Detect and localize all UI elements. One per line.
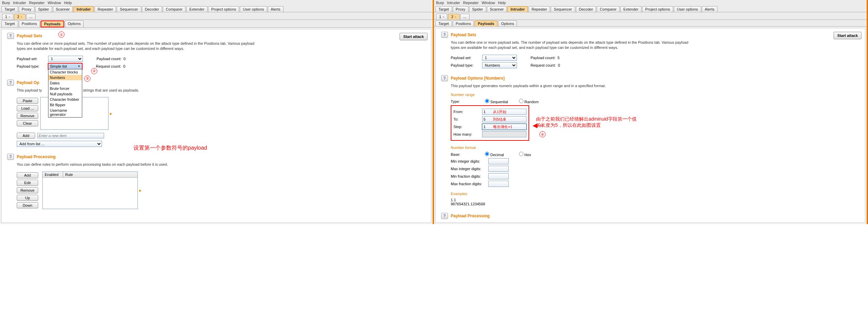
menu-intruder[interactable]: Intruder — [447, 1, 460, 5]
attack-tab-2[interactable]: 2× — [448, 14, 459, 19]
help-icon[interactable]: ? — [441, 32, 448, 38]
help-icon[interactable]: ? — [7, 154, 14, 160]
load-button[interactable]: Load ... — [17, 105, 38, 111]
help-icon[interactable]: ? — [441, 75, 448, 81]
tab-comparer[interactable]: Comparer — [163, 6, 186, 12]
help-icon[interactable]: ? — [7, 33, 14, 39]
attack-tab-1[interactable]: 1× — [436, 14, 447, 19]
attack-tab-more[interactable]: ... — [26, 14, 35, 19]
subtab-positions[interactable]: Positions — [453, 20, 474, 26]
tab-repeater[interactable]: Repeater — [95, 6, 116, 12]
step-input[interactable] — [482, 124, 526, 130]
tab-project-options[interactable]: Project options — [642, 6, 673, 12]
payload-type-select[interactable]: Numbers — [482, 62, 517, 68]
tab-sequencer[interactable]: Sequencer — [551, 6, 575, 12]
proc-up-button[interactable]: Up — [17, 195, 38, 201]
payload-set-select[interactable]: 1 — [48, 56, 83, 62]
attack-tab-2[interactable]: 2× — [14, 14, 25, 19]
tab-alerts[interactable]: Alerts — [268, 6, 284, 12]
request-count-label: Request count: — [96, 64, 121, 68]
add-from-list-select[interactable]: Add from list ... — [17, 141, 102, 147]
to-label: To: — [453, 117, 482, 121]
type-option[interactable]: Bit flipper — [48, 102, 82, 108]
subtab-target[interactable]: Target — [435, 20, 452, 26]
type-option[interactable]: Username generator — [48, 108, 82, 117]
proc-edit-button[interactable]: Edit — [17, 180, 38, 186]
tab-repeater[interactable]: Repeater — [529, 6, 550, 12]
min-frac-input[interactable] — [488, 173, 509, 179]
proc-remove-button[interactable]: Remove — [17, 187, 38, 193]
help-icon[interactable]: ? — [441, 213, 448, 219]
menu-intruder[interactable]: Intruder — [13, 1, 26, 5]
tab-project-options[interactable]: Project options — [208, 6, 239, 12]
menu-burp[interactable]: Burp — [436, 1, 444, 5]
menu-window[interactable]: Window — [482, 1, 495, 5]
col-rule[interactable]: Rule — [63, 172, 138, 177]
tab-spider[interactable]: Spider — [35, 6, 52, 12]
proc-add-button[interactable]: Add — [17, 172, 38, 178]
tab-sequencer[interactable]: Sequencer — [117, 6, 141, 12]
menu-repeater[interactable]: Repeater — [29, 1, 44, 5]
subtab-options[interactable]: Options — [498, 20, 517, 26]
tab-extender[interactable]: Extender — [620, 6, 641, 12]
type-option[interactable]: Character frobber — [48, 97, 82, 102]
tab-intruder[interactable]: Intruder — [73, 6, 94, 12]
max-int-label: Max integer digits: — [451, 167, 488, 171]
tab-target[interactable]: Target — [435, 6, 452, 12]
decimal-radio[interactable]: Decimal — [485, 152, 513, 157]
attack-tab-more[interactable]: ... — [460, 14, 469, 19]
menu-window[interactable]: Window — [48, 1, 61, 5]
add-button[interactable]: Add — [17, 133, 35, 139]
tab-user-options[interactable]: User options — [240, 6, 267, 12]
tab-extender[interactable]: Extender — [186, 6, 207, 12]
tab-scanner[interactable]: Scanner — [487, 6, 507, 12]
add-item-input[interactable] — [37, 133, 104, 138]
tab-alerts[interactable]: Alerts — [702, 6, 718, 12]
min-int-input[interactable] — [488, 158, 509, 164]
tab-spider[interactable]: Spider — [469, 6, 486, 12]
menu-help[interactable]: Help — [498, 1, 506, 5]
subtab-payloads[interactable]: Payloads — [41, 20, 64, 27]
tab-comparer[interactable]: Comparer — [597, 6, 620, 12]
from-input[interactable] — [482, 109, 526, 115]
sequential-radio[interactable]: Sequential — [485, 99, 513, 104]
payload-sets-title: Payload Sets — [17, 33, 42, 38]
payload-count-label: Payload count: — [531, 56, 555, 60]
hex-radio[interactable]: Hex — [519, 152, 548, 157]
max-int-input[interactable] — [488, 166, 509, 172]
to-input[interactable] — [482, 116, 526, 122]
type-option[interactable]: Brute forcer — [48, 86, 82, 91]
type-option[interactable]: Character blocks — [48, 69, 82, 75]
clear-button[interactable]: Clear — [17, 120, 38, 126]
payload-set-select[interactable]: 1 — [482, 55, 517, 61]
tab-proxy[interactable]: Proxy — [453, 6, 468, 12]
proc-down-button[interactable]: Down — [17, 202, 38, 208]
subtab-payloads[interactable]: Payloads — [475, 20, 497, 26]
tab-intruder[interactable]: Intruder — [507, 6, 528, 12]
col-enabled[interactable]: Enabled — [43, 172, 63, 177]
max-frac-input[interactable] — [488, 181, 509, 187]
tab-decoder[interactable]: Decoder — [576, 6, 596, 12]
subtab-options[interactable]: Options — [65, 20, 84, 27]
tab-user-options[interactable]: User options — [674, 6, 701, 12]
tab-target[interactable]: Target — [1, 6, 18, 12]
type-option-numbers[interactable]: Numbers — [48, 75, 82, 80]
processing-table[interactable]: Enabled Rule — [42, 172, 138, 209]
tab-decoder[interactable]: Decoder — [142, 6, 162, 12]
help-icon[interactable]: ? — [7, 80, 14, 86]
subtab-positions[interactable]: Positions — [19, 20, 40, 27]
top-tabs: Target Proxy Spider Scanner Intruder Rep… — [0, 5, 433, 12]
subtab-target[interactable]: Target — [1, 20, 18, 27]
random-radio[interactable]: Random — [519, 99, 548, 104]
attack-tab-1[interactable]: 1× — [2, 14, 13, 19]
tab-scanner[interactable]: Scanner — [53, 6, 73, 12]
type-option[interactable]: Dates — [48, 80, 82, 86]
type-option[interactable]: Null payloads — [48, 91, 82, 97]
menu-burp[interactable]: Burp — [2, 1, 10, 5]
menu-repeater[interactable]: Repeater — [463, 1, 478, 5]
remove-button[interactable]: Remove — [17, 113, 38, 119]
tab-proxy[interactable]: Proxy — [19, 6, 34, 12]
paste-button[interactable]: Paste — [17, 98, 38, 104]
payload-type-select[interactable]: Simple list▼ — [48, 63, 82, 69]
menu-help[interactable]: Help — [64, 1, 72, 5]
